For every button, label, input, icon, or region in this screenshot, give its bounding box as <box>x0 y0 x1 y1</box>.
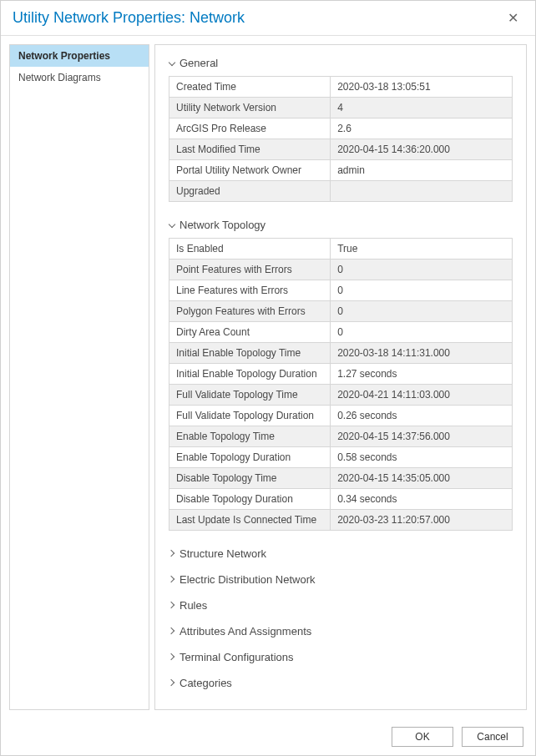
table-row: Last Modified Time2020-04-15 14:36:20.00… <box>169 139 513 160</box>
sidebar-item-network-properties[interactable]: Network Properties <box>10 45 149 67</box>
section-title: Electric Distribution Network <box>180 573 316 586</box>
prop-value: 2020-03-18 14:11:31.000 <box>331 343 513 364</box>
prop-label: Last Modified Time <box>169 139 331 160</box>
chevron-right-icon <box>169 627 176 635</box>
table-row: Enable Topology Time2020-04-15 14:37:56.… <box>169 426 513 447</box>
section-header-electric-distribution[interactable]: Electric Distribution Network <box>169 573 513 586</box>
table-row: Is EnabledTrue <box>169 239 513 260</box>
topology-table: Is EnabledTrue Point Features with Error… <box>169 238 513 531</box>
prop-label: Portal Utility Network Owner <box>169 160 331 181</box>
sidebar-item-label: Network Diagrams <box>18 72 101 83</box>
section-header-general[interactable]: General <box>169 57 513 69</box>
section-title: Terminal Configurations <box>180 651 294 663</box>
section-title: Attributes And Assignments <box>180 625 311 638</box>
prop-value: 2020-04-15 14:35:05.000 <box>331 468 513 489</box>
titlebar: Utility Network Properties: Network ✕ <box>1 1 535 36</box>
chevron-down-icon <box>169 221 176 229</box>
prop-label: Enable Topology Time <box>169 426 331 447</box>
table-row: Point Features with Errors0 <box>169 260 513 280</box>
prop-label: Last Update Is Connected Time <box>169 510 331 531</box>
dialog: Utility Network Properties: Network ✕ Ne… <box>0 0 536 756</box>
prop-value: 2020-03-18 13:05:51 <box>331 77 513 98</box>
prop-label: Created Time <box>169 77 331 98</box>
prop-label: Upgraded <box>169 181 331 202</box>
close-icon[interactable]: ✕ <box>503 10 523 26</box>
section-header-rules[interactable]: Rules <box>169 599 513 612</box>
prop-label: ArcGIS Pro Release <box>169 118 331 139</box>
prop-value: 2020-03-23 11:20:57.000 <box>331 510 513 531</box>
section-title: Structure Network <box>180 547 266 560</box>
section-header-structure-network[interactable]: Structure Network <box>169 547 513 560</box>
table-row: Polygon Features with Errors0 <box>169 301 513 322</box>
prop-value: 2020-04-21 14:11:03.000 <box>331 385 513 406</box>
table-row: ArcGIS Pro Release2.6 <box>169 118 513 139</box>
prop-value: 0 <box>331 301 513 322</box>
sidebar-item-label: Network Properties <box>18 50 110 62</box>
section-header-topology[interactable]: Network Topology <box>169 219 513 231</box>
main-panel: General Created Time2020-03-18 13:05:51 … <box>154 44 527 710</box>
prop-value: 0.26 seconds <box>331 406 513 426</box>
table-row: Utility Network Version4 <box>169 98 513 118</box>
prop-label: Utility Network Version <box>169 98 331 118</box>
prop-value: True <box>331 239 513 260</box>
prop-label: Polygon Features with Errors <box>169 301 331 322</box>
table-row: Created Time2020-03-18 13:05:51 <box>169 77 513 98</box>
table-row: Disable Topology Time2020-04-15 14:35:05… <box>169 468 513 489</box>
dialog-title: Utility Network Properties: Network <box>13 9 245 27</box>
chevron-down-icon <box>169 59 176 67</box>
prop-label: Disable Topology Time <box>169 468 331 489</box>
prop-label: Line Features with Errors <box>169 280 331 301</box>
prop-value: admin <box>331 160 513 181</box>
table-row: Full Validate Topology Duration0.26 seco… <box>169 406 513 426</box>
chevron-right-icon <box>169 679 176 687</box>
prop-value: 2.6 <box>331 118 513 139</box>
ok-button[interactable]: OK <box>392 727 453 747</box>
prop-value: 1.27 seconds <box>331 364 513 385</box>
prop-label: Point Features with Errors <box>169 260 331 280</box>
prop-value: 0 <box>331 280 513 301</box>
prop-value: 2020-04-15 14:37:56.000 <box>331 426 513 447</box>
section-header-attributes[interactable]: Attributes And Assignments <box>169 625 513 638</box>
chevron-right-icon <box>169 550 176 557</box>
table-row: Dirty Area Count0 <box>169 322 513 343</box>
table-row: Line Features with Errors0 <box>169 280 513 301</box>
table-row: Enable Topology Duration0.58 seconds <box>169 447 513 468</box>
table-row: Portal Utility Network Owneradmin <box>169 160 513 181</box>
table-row: Full Validate Topology Time2020-04-21 14… <box>169 385 513 406</box>
section-header-terminal-configs[interactable]: Terminal Configurations <box>169 651 513 663</box>
table-row: Initial Enable Topology Duration1.27 sec… <box>169 364 513 385</box>
prop-label: Disable Topology Duration <box>169 489 331 510</box>
chevron-right-icon <box>169 653 176 661</box>
general-table: Created Time2020-03-18 13:05:51 Utility … <box>169 76 513 202</box>
prop-value: 4 <box>331 98 513 118</box>
prop-label: Initial Enable Topology Duration <box>169 364 331 385</box>
cancel-button[interactable]: Cancel <box>462 727 523 747</box>
section-header-categories[interactable]: Categories <box>169 677 513 689</box>
table-row: Initial Enable Topology Time2020-03-18 1… <box>169 343 513 364</box>
chevron-right-icon <box>169 576 176 583</box>
section-title: Rules <box>180 599 207 612</box>
prop-label: Dirty Area Count <box>169 322 331 343</box>
prop-label: Enable Topology Duration <box>169 447 331 468</box>
sidebar: Network Properties Network Diagrams <box>9 44 149 710</box>
table-row: Disable Topology Duration0.34 seconds <box>169 489 513 510</box>
prop-value: 0.58 seconds <box>331 447 513 468</box>
button-bar: OK Cancel <box>1 718 535 755</box>
table-row: Last Update Is Connected Time2020-03-23 … <box>169 510 513 531</box>
dialog-body: Network Properties Network Diagrams Gene… <box>1 36 535 718</box>
prop-value <box>331 181 513 202</box>
section-title: General <box>180 57 218 69</box>
prop-value: 0.34 seconds <box>331 489 513 510</box>
prop-label: Full Validate Topology Time <box>169 385 331 406</box>
prop-value: 0 <box>331 322 513 343</box>
section-title: Categories <box>180 677 232 689</box>
section-title: Network Topology <box>180 219 265 231</box>
sidebar-item-network-diagrams[interactable]: Network Diagrams <box>10 67 149 88</box>
prop-label: Is Enabled <box>169 239 331 260</box>
prop-label: Initial Enable Topology Time <box>169 343 331 364</box>
prop-value: 2020-04-15 14:36:20.000 <box>331 139 513 160</box>
prop-value: 0 <box>331 260 513 280</box>
chevron-right-icon <box>169 602 176 609</box>
prop-label: Full Validate Topology Duration <box>169 406 331 426</box>
table-row: Upgraded <box>169 181 513 202</box>
